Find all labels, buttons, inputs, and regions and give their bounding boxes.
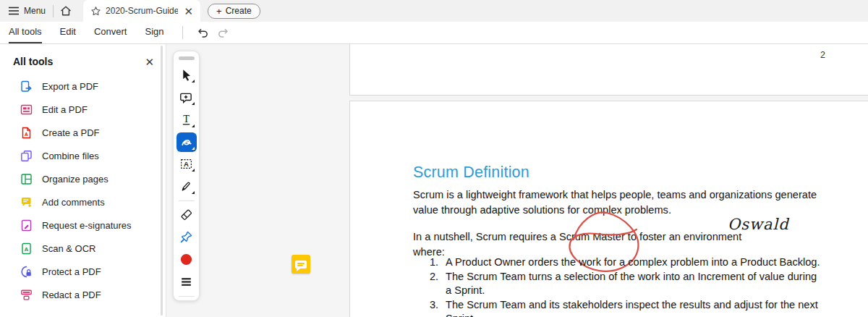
tab-title: 2020-Scrum-Guide-US.p...: [106, 6, 178, 16]
list-item: 2.The Scrum Team turns a selection of th…: [430, 270, 820, 298]
sidebar-item-label: Combine files: [42, 151, 99, 161]
sidebar-item-edit-a-pdf[interactable]: Edit a PDF: [0, 98, 166, 121]
sidebar-item-label: Organize pages: [42, 174, 109, 185]
sidebar-item-label: Edit a PDF: [42, 104, 88, 115]
caret-icon: [192, 80, 195, 83]
create-label: Create: [226, 6, 252, 16]
close-panel-icon[interactable]: ✕: [145, 56, 154, 67]
list-item-number: 3.: [430, 298, 446, 317]
add-comment-tool[interactable]: [176, 88, 197, 107]
scan-ocr-icon: A: [20, 242, 33, 255]
create-pdf-icon: A: [20, 127, 33, 139]
tab-edit[interactable]: Edit: [60, 22, 76, 43]
list-item-number: 2.: [430, 270, 446, 298]
sidebar-scrollbar[interactable]: [161, 46, 163, 316]
panel-header: All tools ✕: [0, 44, 166, 67]
comment-bubble-icon: [295, 261, 307, 269]
page-number: 2: [820, 50, 825, 60]
sidebar-item-organize-pages[interactable]: Organize pages: [0, 167, 166, 190]
svg-text:T: T: [183, 113, 190, 124]
list-item-text: The Scrum Team turns a selection of the …: [446, 270, 820, 298]
sidebar-item-export-a-pdf[interactable]: Export a PDF: [0, 75, 166, 98]
plus-icon: +: [216, 7, 222, 16]
sticky-note-annotation[interactable]: [292, 255, 310, 274]
sidebar-item-combine-files[interactable]: Combine files: [0, 144, 166, 167]
all-tools-panel: All tools ✕ Export a PDFEdit a PDFACreat…: [0, 44, 166, 317]
tab-convert[interactable]: Convert: [94, 22, 127, 43]
sidebar-item-create-a-pdf[interactable]: ACreate a PDF: [0, 121, 166, 144]
list-item-text: The Scrum Team and its stakeholders insp…: [446, 298, 820, 317]
text-tool[interactable]: T: [176, 110, 197, 130]
star-icon[interactable]: [90, 6, 101, 17]
caret-icon: [192, 169, 195, 172]
redo-icon: [217, 26, 231, 39]
list-item: 3.The Scrum Team and its stakeholders in…: [430, 298, 820, 317]
menu-button[interactable]: Menu: [0, 0, 53, 22]
select-tool[interactable]: [176, 65, 197, 85]
redo-button[interactable]: [213, 22, 235, 43]
sidebar-item-redact-a-pdf[interactable]: Redact a PDF: [0, 283, 166, 306]
hamburger-icon: [9, 7, 19, 15]
svg-text:A: A: [184, 160, 189, 168]
caret-icon: [192, 191, 195, 194]
list-item: 1.A Product Owner orders the work for a …: [430, 255, 820, 270]
highlighter-tool[interactable]: [176, 177, 197, 196]
undo-icon: [195, 26, 209, 39]
pin-icon: [179, 230, 193, 244]
sidebar-item-label: Export a PDF: [42, 81, 98, 92]
combine-files-icon: [20, 150, 33, 162]
export-pdf-icon: [20, 80, 33, 93]
doc-paragraph-1: Scrum is a lightweight framework that he…: [413, 187, 820, 218]
list-item-number: 1.: [430, 255, 446, 270]
svg-text:A: A: [25, 245, 29, 252]
add-comments-icon: [20, 196, 33, 208]
menu-label: Menu: [24, 6, 46, 16]
svg-text:A: A: [25, 131, 28, 136]
toolbar-drag-handle[interactable]: [179, 56, 195, 60]
edit-pdf-icon: [20, 103, 33, 116]
undo-button[interactable]: [192, 22, 213, 43]
line-thickness-tool[interactable]: [176, 272, 197, 292]
toolbar-divider: [179, 200, 195, 201]
toolbar-divider: [179, 296, 195, 297]
red-dot-icon: [179, 253, 193, 266]
home-icon: [59, 4, 72, 17]
tab-sign[interactable]: Sign: [145, 22, 163, 43]
sidebar-tool-list: Export a PDFEdit a PDFACreate a PDFCombi…: [0, 75, 166, 306]
sidebar-item-label: Request e-signatures: [42, 220, 132, 231]
tab-all-tools[interactable]: All tools: [9, 22, 42, 43]
draw-tool[interactable]: [176, 132, 197, 152]
sidebar-item-scan-ocr[interactable]: AScan & OCR: [0, 237, 166, 260]
sidebar-item-add-comments[interactable]: Add comments: [0, 190, 166, 214]
pdf-page-1: 2: [349, 44, 868, 96]
redact-pdf-icon: [20, 289, 33, 301]
sidebar-item-protect-a-pdf[interactable]: Protect a PDF: [0, 260, 166, 283]
organize-pages-icon: [20, 173, 33, 185]
thickness-icon: [179, 275, 193, 289]
main-area: All tools ✕ Export a PDFEdit a PDFACreat…: [0, 44, 868, 317]
signature-annotation[interactable]: Oswald: [728, 216, 789, 233]
list-item-text: A Product Owner orders the work for a co…: [446, 255, 820, 270]
sidebar-item-request-e-signatures[interactable]: Request e-signatures: [0, 214, 166, 237]
pdf-page-2: Scrum Definition Scrum is a lightweight …: [349, 101, 868, 317]
sidebar-item-label: Add comments: [42, 197, 105, 208]
sidebar-item-label: Protect a PDF: [42, 266, 101, 277]
caret-icon: [192, 124, 195, 127]
menu-bar: All tools Edit Convert Sign: [0, 22, 868, 44]
pin-tool[interactable]: [176, 227, 197, 247]
color-swatch[interactable]: [176, 250, 197, 269]
caret-icon: [192, 147, 195, 150]
tab-close-icon[interactable]: ✕: [182, 6, 195, 17]
protect-pdf-icon: [20, 266, 33, 278]
menubar-divider: [182, 26, 183, 39]
eraser-tool[interactable]: [176, 205, 197, 224]
annotation-toolbar: TA: [173, 51, 200, 301]
create-button[interactable]: + Create: [208, 4, 260, 19]
top-bar: Menu 2020-Scrum-Guide-US.p... ✕ + Create: [0, 0, 868, 22]
doc-heading: Scrum Definition: [413, 164, 529, 182]
sidebar-item-label: Scan & OCR: [42, 243, 95, 254]
document-tab[interactable]: 2020-Scrum-Guide-US.p... ✕: [83, 0, 200, 22]
eraser-icon: [179, 208, 193, 221]
home-button[interactable]: [54, 0, 78, 22]
text-box-tool[interactable]: A: [176, 155, 197, 174]
